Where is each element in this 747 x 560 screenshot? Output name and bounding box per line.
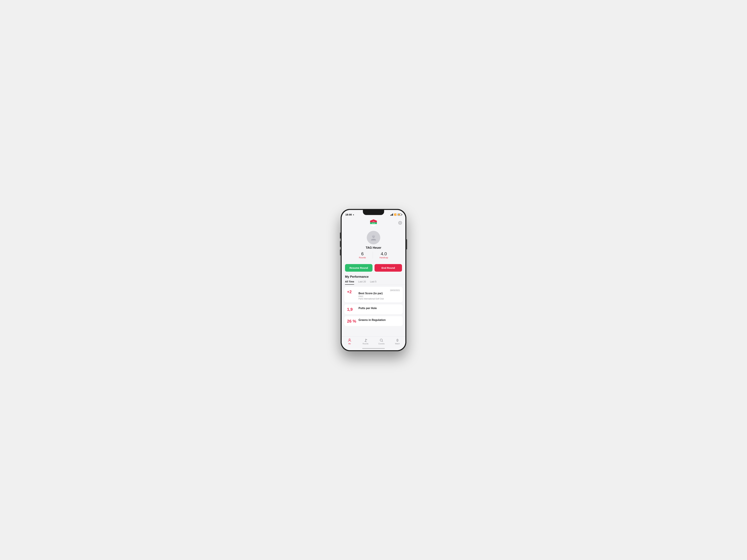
profile-name: TAG Heuer (366, 246, 381, 250)
best-score-date: 19/03/2021 (359, 289, 400, 291)
wifi-icon: 📶 (394, 213, 396, 216)
courses-icon (379, 338, 383, 342)
phone-frame: 18:00 ▲ 📶 (341, 209, 406, 351)
settings-icon[interactable] (398, 221, 402, 225)
putts-info: Putts per Hole (359, 307, 400, 310)
svg-point-5 (349, 339, 350, 340)
rounds-icon (364, 338, 368, 342)
putts-title: Putts per Hole (359, 307, 400, 310)
tab-last-20[interactable]: Last 20 (358, 280, 366, 285)
stats-row: 6 Rounds 4.0 Handicap (359, 252, 388, 259)
notch (363, 210, 384, 215)
greens-regulation-card[interactable]: 26 % Greens in Regulation (344, 316, 403, 326)
greens-info: Greens in Regulation (359, 319, 400, 322)
putts-value: 1,9 (347, 307, 357, 312)
action-buttons: Resume Round End Round (342, 264, 405, 272)
resume-round-button[interactable]: Resume Round (345, 264, 372, 272)
best-score-value: +2 (347, 289, 357, 294)
rounds-stat: 6 Rounds (359, 252, 366, 259)
best-score-info: 19/03/2021 Best Score (to par) PIGC Pari… (359, 289, 400, 300)
battery-icon (397, 214, 402, 216)
putts-per-hole-card[interactable]: 1,9 Putts per Hole (344, 304, 403, 314)
svg-line-8 (382, 341, 383, 342)
nav-item-courses[interactable]: Courses (374, 338, 389, 345)
svg-text:TAG: TAG (372, 221, 375, 222)
handicap-value: 4.0 (380, 252, 388, 256)
watch-icon (395, 338, 400, 342)
greens-value: 26 % (347, 319, 357, 324)
location-icon: ▲ (353, 214, 354, 215)
svg-point-7 (380, 339, 382, 341)
best-score-card[interactable]: +2 19/03/2021 Best Score (to par) PIGC P… (344, 287, 403, 302)
tab-all-time[interactable]: All Time (345, 280, 354, 285)
app-header: TAG HEUER (342, 218, 405, 229)
end-round-button[interactable]: End Round (375, 264, 402, 272)
best-score-detail: Paris International Golf Club (359, 298, 400, 300)
handicap-label: Handicap (380, 256, 388, 259)
nav-item-me[interactable]: Me (342, 338, 358, 345)
svg-point-2 (400, 222, 401, 223)
status-icons: 📶 (390, 213, 402, 216)
section-title: My Performance (342, 275, 405, 279)
tag-heuer-logo: TAG HEUER (369, 219, 378, 227)
tab-last-5[interactable]: Last 5 (370, 280, 376, 285)
avatar (367, 231, 380, 244)
nav-item-rounds[interactable]: Rounds (358, 338, 374, 345)
nav-label-me: Me (349, 343, 351, 345)
greens-title: Greens in Regulation (359, 319, 400, 322)
app-content: TAG HEUER (342, 218, 405, 336)
performance-tabs: All Time Last 20 Last 5 (342, 280, 405, 285)
me-icon (347, 338, 352, 342)
svg-text:HEUER: HEUER (372, 223, 375, 224)
performance-section: My Performance All Time Last 20 Last 5 +… (342, 272, 405, 336)
nav-label-courses: Courses (378, 343, 385, 345)
nav-item-watch[interactable]: Watch (389, 338, 406, 345)
rounds-label: Rounds (359, 256, 366, 259)
handicap-stat: 4.0 Handicap (380, 252, 388, 259)
nav-label-watch: Watch (395, 343, 400, 345)
best-score-title: Best Score (to par) (359, 292, 400, 295)
home-indicator (362, 348, 385, 349)
status-time: 18:00 ▲ (345, 213, 354, 216)
signal-icon (390, 213, 393, 216)
nav-label-rounds: Rounds (363, 343, 368, 345)
best-score-subtitle: PIGC (359, 295, 400, 298)
profile-section: TAG Heuer 6 Rounds 4.0 Handicap (342, 229, 405, 264)
rounds-value: 6 (359, 252, 366, 256)
phone-screen: 18:00 ▲ 📶 (342, 210, 405, 350)
status-bar: 18:00 ▲ 📶 (342, 210, 405, 218)
